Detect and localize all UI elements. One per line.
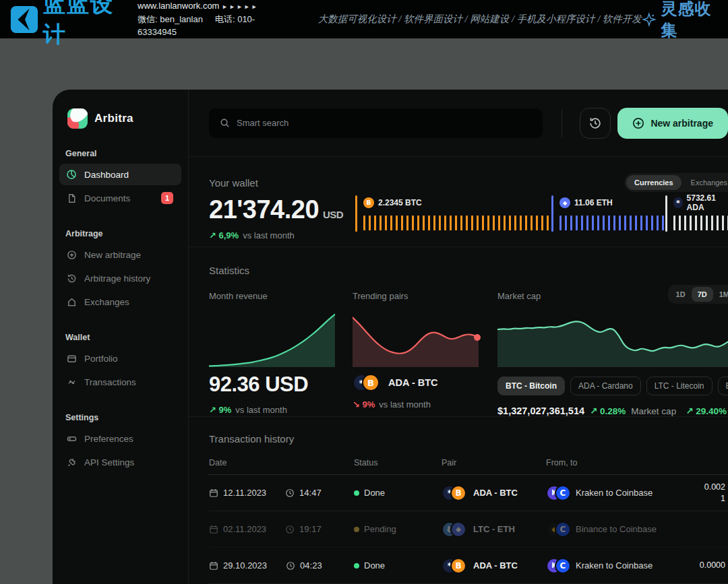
clock-icon: [285, 525, 295, 534]
documents-badge: 1: [161, 192, 173, 204]
plus-circle-icon: [66, 249, 77, 260]
market-cap-stats: $1,327,027,361,514 ↗ 0.28% Market cap ↗ …: [497, 405, 728, 416]
range-1m[interactable]: 1M: [713, 287, 728, 302]
banner-brand: 蓝蓝设计: [43, 0, 123, 50]
pie-chart-icon: [66, 169, 77, 180]
btc-icon: B: [363, 197, 374, 208]
range-1d[interactable]: 1D: [670, 287, 692, 302]
amount-cell: 0.0021: [675, 482, 728, 505]
tag-btc[interactable]: BTC - Bitcoin: [497, 377, 565, 395]
transfer-arrows-icon: [66, 377, 77, 387]
clock-icon: [286, 561, 295, 571]
btc-icon: B: [362, 374, 380, 391]
sidebar-item-new-arbitrage[interactable]: New arbitrage: [59, 244, 181, 265]
wallet-icon: [66, 353, 77, 364]
clock-icon: [285, 488, 295, 498]
ada-icon: *: [673, 197, 683, 208]
history-icon: [66, 273, 77, 284]
table-header: Date Status Pair From, to: [209, 458, 728, 475]
table-row[interactable]: 12.11.2023 14:47 Done *B ADA - BTC KC Kr…: [209, 475, 728, 511]
topbar: New arbitrage: [189, 90, 728, 157]
history-button[interactable]: [580, 108, 611, 139]
calendar-icon: [209, 488, 218, 498]
sidebar-item-preferences[interactable]: Preferences: [59, 428, 181, 449]
banner-url[interactable]: www.lanlanwork.com: [138, 1, 219, 11]
coinbase-icon: C: [555, 558, 571, 574]
market-cap-chart: [497, 313, 728, 367]
sparkle-star-icon: [642, 11, 657, 28]
wallet-holdings-bar: B2.2345 BTC ◆11.06 ETH *5732.61 ADA: [355, 195, 728, 232]
eth-icon: ◆: [450, 521, 466, 538]
banner-services: 大数据可视化设计 / 软件界面设计 / 网站建设 / 手机及小程序设计 / 软件…: [318, 13, 642, 26]
topbar-divider: [562, 109, 562, 137]
banner-url-arrows: ►►►►►: [222, 3, 259, 10]
holding-btc: B2.2345 BTC: [355, 195, 551, 232]
month-revenue-chart: [209, 313, 335, 367]
trending-pairs-chart: [353, 313, 479, 367]
ada-ticks: [673, 216, 728, 230]
statistics-section: Statistics Month revenue 92.36 USD ↗ 9%v…: [189, 247, 728, 416]
market-cap-tags: BTC - Bitcoin ADA - Cardano LTC - Liteco…: [497, 377, 728, 395]
col-status: Status: [354, 458, 442, 467]
plug-icon: [66, 457, 77, 467]
search-bar[interactable]: [209, 108, 543, 138]
history-icon: [588, 117, 602, 130]
col-pair: Pair: [442, 458, 546, 467]
statistics-title: Statistics: [209, 265, 728, 276]
wallet-change: ↗ 6,9%vs last month: [209, 230, 355, 240]
trending-pair-label: ADA - BTC: [388, 377, 438, 388]
nav-section-wallet: Wallet: [65, 333, 188, 342]
promo-banner: 蓝蓝设计 www.lanlanwork.com ►►►►► 微信: ben_la…: [0, 0, 728, 38]
market-cap-card: Market cap 1D 7D 1M BTC - Bitcoin ADA - …: [497, 291, 728, 416]
col-from-to: From, to: [546, 458, 675, 467]
coinbase-icon: C: [555, 521, 571, 538]
range-7d[interactable]: 7D: [692, 287, 713, 302]
search-input[interactable]: [237, 118, 532, 128]
tag-ltc[interactable]: LTC - Litecoin: [646, 377, 712, 395]
tag-eth[interactable]: ETH - Ethereum: [718, 377, 728, 395]
table-row[interactable]: 29.10.2023 04:23 Done *B ADA - BTC KC Kr…: [209, 548, 728, 584]
new-arbitrage-button[interactable]: New arbitrage: [617, 108, 728, 139]
sidebar-item-documents[interactable]: Documents 1: [59, 187, 181, 209]
search-icon: [220, 118, 230, 128]
nav-section-general: General: [65, 149, 188, 158]
holding-ada: *5732.61 ADA: [665, 195, 728, 232]
transaction-history-section: Transaction history Date Status Pair Fro…: [189, 416, 728, 584]
sidebar-item-portfolio[interactable]: Portfolio: [59, 348, 181, 369]
wallet-section: Your wallet Currencies Exchanges 21'374.…: [189, 157, 728, 247]
toggle-currencies[interactable]: Currencies: [626, 175, 681, 190]
main-content: New arbitrage Your wallet Currencies Exc…: [189, 90, 728, 584]
document-icon: [66, 193, 77, 203]
toggle-exchanges[interactable]: Exchanges: [683, 175, 728, 190]
calendar-icon: [209, 525, 218, 534]
trending-pairs-card: Trending pairs * B ADA - BTC ↘ 9%vs last…: [353, 291, 479, 416]
sidebar-item-transactions[interactable]: Transactions: [59, 371, 181, 393]
table-row[interactable]: 02.11.2023 19:17 Pending Ł◆ LTC - ETH ◆C…: [209, 511, 728, 548]
range-control: 1D 7D 1M: [668, 285, 728, 304]
nav-section-settings: Settings: [65, 413, 188, 422]
lanlan-logo-icon: [9, 5, 39, 34]
nav-section-arbitrage: Arbitrage: [65, 229, 188, 238]
arbitra-logo-icon: [67, 108, 88, 129]
banner-collect-label[interactable]: 灵感收集: [661, 0, 717, 41]
transaction-history-title: Transaction history: [209, 433, 728, 445]
sidebar-item-arbitrage-history[interactable]: Arbitrage history: [59, 267, 181, 289]
status-dot: [354, 490, 359, 496]
wallet-view-toggle: Currencies Exchanges: [624, 173, 728, 192]
dashboard-window: Arbitra General Dashboard Documents 1 Ar…: [53, 90, 728, 584]
sidebar-item-api-settings[interactable]: API Settings: [59, 451, 181, 473]
toggle-icon: [66, 433, 77, 444]
bank-icon: [66, 296, 77, 307]
month-revenue-card: Month revenue 92.36 USD ↗ 9%vs last mont…: [209, 291, 335, 416]
wallet-balance: 21'374.20USD: [209, 195, 355, 224]
calendar-icon: [209, 561, 218, 571]
btc-ticks: [363, 216, 551, 230]
coinbase-icon: C: [555, 485, 571, 501]
col-date: Date: [209, 458, 354, 467]
status-dot: [354, 527, 359, 532]
tag-ada[interactable]: ADA - Cardano: [570, 377, 641, 395]
sidebar-item-exchanges[interactable]: Exchanges: [59, 291, 181, 313]
month-revenue-value: 92.36 USD: [209, 372, 335, 397]
sidebar-item-dashboard[interactable]: Dashboard: [59, 164, 181, 185]
amount-cell: 0.0000: [675, 560, 728, 571]
